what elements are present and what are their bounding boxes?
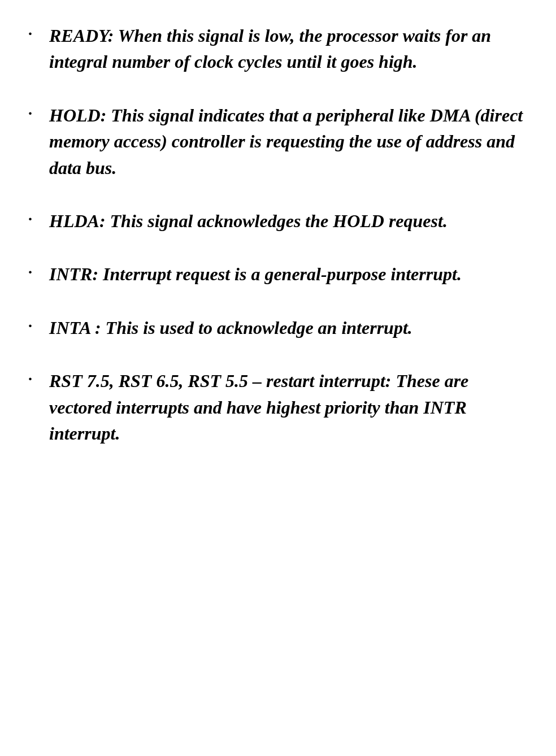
signal-name-hold: HOLD: bbox=[49, 105, 106, 125]
bullet-dot-inta: · bbox=[28, 316, 32, 336]
bullet-text-ready: READY: When this signal is low, the proc… bbox=[49, 23, 528, 75]
signal-name-hlda: HLDA: bbox=[49, 211, 106, 231]
bullet-dot-intr: · bbox=[28, 262, 32, 283]
bullet-item-inta: · INTA : This is used to acknowledge an … bbox=[28, 315, 528, 341]
bullet-dot-ready: · bbox=[28, 24, 32, 44]
bullet-dot-hold: · bbox=[28, 103, 32, 124]
bullet-text-hold: HOLD: This signal indicates that a perip… bbox=[49, 102, 528, 181]
bullet-item-hold: · HOLD: This signal indicates that a per… bbox=[28, 102, 528, 181]
bullet-item-rst: · RST 7.5, RST 6.5, RST 5.5 – restart in… bbox=[28, 368, 528, 446]
bullet-text-intr: INTR: Interrupt request is a general-pur… bbox=[49, 261, 528, 287]
signal-name-intr: INTR: bbox=[49, 264, 98, 284]
bullet-dot-hlda: · bbox=[28, 209, 32, 229]
bullet-dot-rst: · bbox=[28, 369, 32, 389]
signal-name-rst: RST 7.5, RST 6.5, RST 5.5 – restart inte… bbox=[49, 371, 391, 391]
bullet-item-ready: · READY: When this signal is low, the pr… bbox=[28, 23, 528, 75]
bullet-item-intr: · INTR: Interrupt request is a general-p… bbox=[28, 261, 528, 287]
signal-name-inta: INTA : bbox=[49, 318, 101, 338]
bullet-item-hlda: · HLDA: This signal acknowledges the HOL… bbox=[28, 208, 528, 234]
bullet-text-hlda: HLDA: This signal acknowledges the HOLD … bbox=[49, 208, 528, 234]
signal-name-ready: READY: bbox=[49, 25, 114, 46]
content-area: · READY: When this signal is low, the pr… bbox=[28, 23, 528, 446]
bullet-text-inta: INTA : This is used to acknowledge an in… bbox=[49, 315, 528, 341]
bullet-text-rst: RST 7.5, RST 6.5, RST 5.5 – restart inte… bbox=[49, 368, 528, 446]
